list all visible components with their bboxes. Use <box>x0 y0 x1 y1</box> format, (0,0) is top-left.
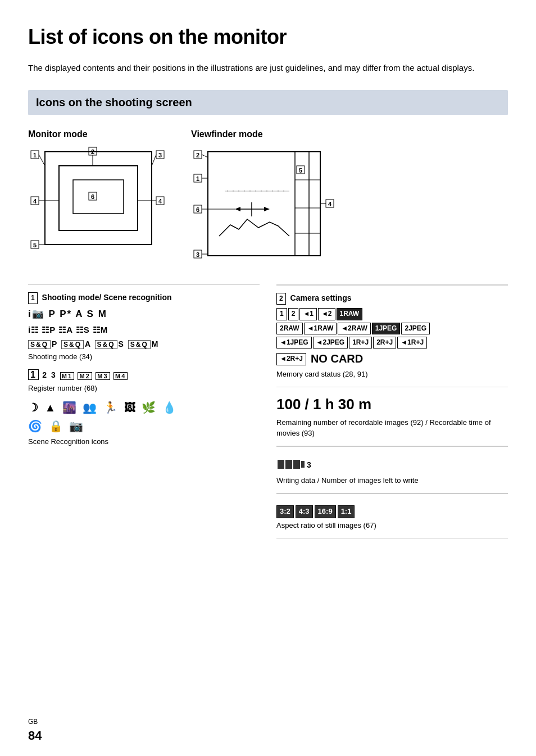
badge-2raw: 2RAW <box>276 323 303 334</box>
svg-text:2: 2 <box>196 152 199 159</box>
icon-num-1: 1 <box>28 292 38 304</box>
badge-1raw: 1RAW <box>337 308 363 320</box>
svg-text:5: 5 <box>299 167 302 174</box>
monitor-svg: 1 2 3 4 4 5 <box>28 146 169 256</box>
icons-left-column: 1 Shooting mode/ Scene recognition i📷 P … <box>28 284 260 538</box>
badge-2: 2 <box>288 308 299 320</box>
viewfinder-mode-title: Viewfinder mode <box>191 128 348 141</box>
badge-1: 1 <box>276 308 287 320</box>
svg-text:3: 3 <box>307 460 311 469</box>
svg-rect-64 <box>293 460 300 469</box>
aspect-ratio-group: 3:2 4:3 16:9 1:1 Aspect ratio of still i… <box>276 494 508 538</box>
svg-text:2: 2 <box>91 148 94 155</box>
badge-arrow1: ◄1 <box>299 308 317 320</box>
svg-rect-62 <box>278 460 284 469</box>
svg-text:4: 4 <box>328 201 332 207</box>
shooting-mode-desc: Shooting mode (34) <box>28 352 260 363</box>
no-card-text: NO CARD <box>311 351 363 367</box>
svg-text:3: 3 <box>158 152 162 159</box>
register-num-desc: Register number (68) <box>28 383 260 394</box>
badge-arrow2rj: ◄2R+J <box>276 353 306 365</box>
svg-text:5: 5 <box>33 242 37 248</box>
section-header: Icons on the shooting screen <box>28 90 508 115</box>
camera-settings-heading: Camera settings <box>290 293 352 302</box>
svg-line-11 <box>152 155 156 166</box>
shooting-mode-symbols: i📷 P P* A S M <box>28 307 260 322</box>
camera-settings-group: 2 Camera settings 1 2 ◄1 ◄2 1RAW 2RAW ◄1… <box>276 285 508 387</box>
aspect-11: 1:1 <box>338 505 355 518</box>
camera-badge-row4: ◄2R+J NO CARD <box>276 351 508 367</box>
badge-arrow1rj: ◄1R+J <box>397 337 427 348</box>
aspect-169: 16:9 <box>315 505 336 518</box>
svg-rect-23 <box>208 152 320 256</box>
writing-icon-svg: 3 <box>276 458 321 470</box>
page-number: 84 <box>28 727 42 745</box>
memory-card-status-desc: Memory card status (28, 91) <box>276 369 508 380</box>
badge-1jpeg: 1JPEG <box>372 323 401 334</box>
svg-rect-2 <box>73 180 124 214</box>
intro-text: The displayed contents and their positio… <box>28 62 508 74</box>
icon-group-shooting-mode: 1 Shooting mode/ Scene recognition i📷 P … <box>28 285 260 454</box>
badge-2rj: 2R+J <box>373 337 396 348</box>
camera-settings-title: 2 Camera settings <box>276 292 508 305</box>
shooting-mode-symbols2: i☷ ☷P ☷A ☷S ☷M <box>28 324 260 336</box>
svg-text:4: 4 <box>33 198 37 205</box>
writing-data-group: 3 Writing data / Number of images left t… <box>276 446 508 494</box>
remaining-label: Remaining number of recordable images (9… <box>276 418 508 439</box>
badge-1rj: 1R+J <box>349 337 372 348</box>
page-footer: GB 84 <box>28 717 42 745</box>
svg-text:6: 6 <box>91 193 94 200</box>
scene-rec-desc: Scene Recognition icons <box>28 437 260 447</box>
badge-2jpeg: 2JPEG <box>401 323 430 334</box>
svg-marker-51 <box>235 207 240 211</box>
aspect-43: 4:3 <box>296 505 313 518</box>
register-num-symbols: 1 2 3 M1 M2 M3 M4 <box>28 368 260 381</box>
svg-text:1: 1 <box>33 152 37 159</box>
svg-text:6: 6 <box>196 206 199 213</box>
writing-desc: Writing data / Number of images left to … <box>276 476 508 486</box>
shooting-mode-heading: Shooting mode/ Scene recognition <box>42 293 172 302</box>
remaining-images-group: 100 / 1 h 30 m Remaining number of recor… <box>276 387 508 446</box>
shooting-mode-symbols3: S&QP S&QA S&QS S&QM <box>28 338 260 350</box>
scene-rec-symbols2: 🌀 🔒 📷 <box>28 418 260 434</box>
page-title: List of icons on the monitor <box>28 22 508 52</box>
icons-section: 1 Shooting mode/ Scene recognition i📷 P … <box>28 284 508 538</box>
svg-text:1: 1 <box>196 175 199 182</box>
shooting-mode-title: 1 Shooting mode/ Scene recognition <box>28 292 260 304</box>
badge-arrow1jpeg: ◄1JPEG <box>276 337 312 348</box>
badge-arrow2jpeg: ◄2JPEG <box>313 337 348 348</box>
badge-arrow1raw: ◄1RAW <box>304 323 337 334</box>
vf-svg: 2 1 5 <box>191 146 348 270</box>
monitor-mode-diagram: Monitor mode 1 2 3 <box>28 128 169 259</box>
svg-rect-65 <box>301 461 305 468</box>
svg-rect-63 <box>285 460 292 469</box>
svg-rect-1 <box>59 166 138 230</box>
scene-rec-block: ☽ ▲ 🌆 👥 🏃 🖼 🌿 💧 🌀 🔒 📷 Scene Recognition … <box>28 400 260 447</box>
svg-line-31 <box>202 155 208 157</box>
aspect-desc: Aspect ratio of still images (67) <box>276 520 508 531</box>
badge-arrow2raw: ◄2RAW <box>338 323 371 334</box>
camera-badge-row2: 2RAW ◄1RAW ◄2RAW 1JPEG 2JPEG <box>276 323 508 334</box>
scene-rec-symbols: ☽ ▲ 🌆 👥 🏃 🖼 🌿 💧 <box>28 400 260 416</box>
diagrams-row: Monitor mode 1 2 3 <box>28 128 508 273</box>
register-num-block: 1 2 3 M1 M2 M3 M4 Register number (68) <box>28 368 260 394</box>
icons-right-column: 2 Camera settings 1 2 ◄1 ◄2 1RAW 2RAW ◄1… <box>276 284 508 538</box>
page-label: GB <box>28 717 42 727</box>
svg-text:3: 3 <box>196 251 199 258</box>
badge-arrow2: ◄2 <box>318 308 335 320</box>
svg-line-5 <box>39 155 45 166</box>
camera-badge-row1: 1 2 ◄1 ◄2 1RAW <box>276 308 508 320</box>
svg-marker-52 <box>264 207 270 211</box>
monitor-mode-title: Monitor mode <box>28 128 169 141</box>
icon-num-2: 2 <box>276 293 286 305</box>
time-display: 100 / 1 h 30 m <box>276 394 508 415</box>
camera-badge-row3: ◄1JPEG ◄2JPEG 1R+J 2R+J ◄1R+J <box>276 337 508 348</box>
aspect-boxes: 3:2 4:3 16:9 1:1 <box>276 505 508 518</box>
writing-icon-area: 3 <box>276 458 508 474</box>
viewfinder-mode-diagram: Viewfinder mode 2 1 <box>191 128 348 273</box>
svg-text:4: 4 <box>158 198 162 205</box>
aspect-32: 3:2 <box>276 505 294 518</box>
